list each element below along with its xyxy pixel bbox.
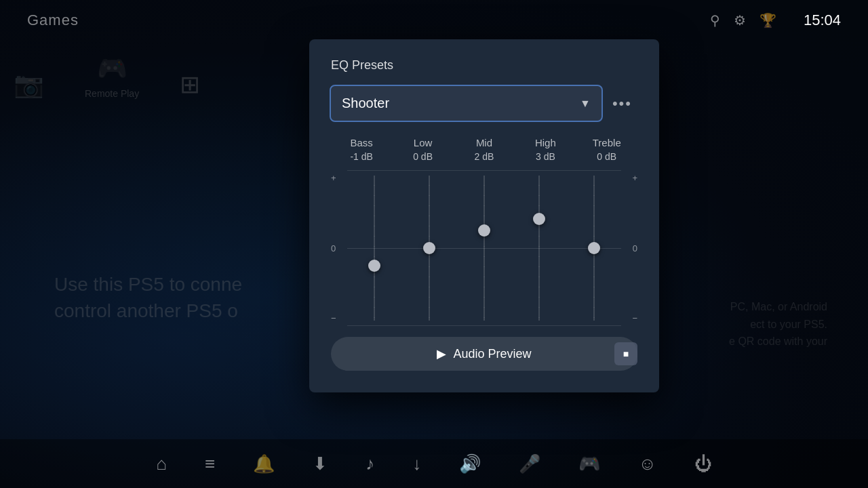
- left-plus-label: +: [331, 173, 344, 183]
- nav-controller2-icon[interactable]: 🎮: [578, 453, 600, 474]
- audio-preview-label: Audio Preview: [453, 347, 531, 361]
- topbar: Games ⚲ ⚙ 🏆 15:04: [0, 0, 868, 41]
- dropdown-selected-value: Shooter: [342, 96, 389, 111]
- topbar-icons: ⚲ ⚙ 🏆 15:04: [710, 12, 841, 29]
- eq-sliders-wrapper: + 0 −: [331, 170, 637, 326]
- preset-dropdown[interactable]: Shooter ▼: [331, 86, 601, 121]
- right-plus-label: +: [624, 173, 637, 183]
- band-label-mid: Mid: [460, 137, 508, 148]
- sliders-area: [347, 170, 621, 326]
- nav-download-icon[interactable]: ⬇: [313, 453, 328, 474]
- nav-home-icon[interactable]: ⌂: [156, 453, 167, 474]
- db-value-low: 0 dB: [399, 151, 447, 162]
- band-label-treble: Treble: [583, 137, 631, 148]
- stop-icon-badge[interactable]: ■: [614, 342, 637, 365]
- audio-preview-button[interactable]: ▶ Audio Preview: [331, 337, 637, 371]
- db-value-treble: 0 dB: [583, 151, 631, 162]
- band-label-high: High: [521, 137, 569, 148]
- right-zero-label: 0: [624, 243, 637, 253]
- search-icon[interactable]: ⚲: [710, 12, 720, 28]
- settings-icon[interactable]: ⚙: [734, 12, 746, 28]
- mid-thumb: [478, 224, 490, 237]
- topbar-title: Games: [27, 12, 79, 29]
- nav-notification-icon[interactable]: 🔔: [253, 453, 275, 474]
- db-value-mid: 2 dB: [460, 151, 508, 162]
- chevron-down-icon: ▼: [580, 98, 591, 110]
- bottom-nav: ⌂ ≡ 🔔 ⬇ ♪ ↓ 🔊 🎤 🎮 ☺ ⏻: [0, 439, 868, 488]
- slider-mid[interactable]: [467, 170, 501, 326]
- play-icon: ▶: [437, 346, 446, 361]
- bass-thumb: [368, 260, 380, 272]
- db-value-bass: -1 dB: [338, 151, 385, 162]
- clock: 15:04: [804, 12, 841, 29]
- nav-mic-icon[interactable]: 🎤: [519, 453, 540, 474]
- eq-band-labels-row: Bass Low Mid High Treble: [331, 137, 637, 148]
- eq-presets-modal: EQ Presets Shooter ▼ ••• Bass Low Mid Hi…: [309, 39, 659, 392]
- low-thumb: [423, 242, 435, 254]
- band-label-bass: Bass: [338, 137, 385, 148]
- slider-high[interactable]: [522, 170, 556, 326]
- nav-menu-icon[interactable]: ≡: [205, 453, 215, 474]
- more-options-button[interactable]: •••: [607, 89, 637, 118]
- nav-audio-icon[interactable]: 🔊: [459, 453, 481, 474]
- db-value-high: 3 dB: [521, 151, 569, 162]
- slider-bass[interactable]: [357, 170, 391, 326]
- left-zero-label: 0: [331, 243, 344, 253]
- slider-treble[interactable]: [577, 170, 611, 326]
- slider-low[interactable]: [412, 170, 446, 326]
- eq-right-side-labels: + 0 −: [624, 170, 637, 326]
- trophy-icon[interactable]: 🏆: [760, 12, 776, 28]
- high-thumb: [533, 213, 545, 225]
- dropdown-row: Shooter ▼ •••: [331, 86, 637, 121]
- nav-face-icon[interactable]: ☺: [638, 453, 656, 474]
- nav-music-icon[interactable]: ♪: [366, 453, 374, 474]
- eq-left-side-labels: + 0 −: [331, 170, 344, 326]
- eq-db-values-row: -1 dB 0 dB 2 dB 3 dB 0 dB: [331, 151, 637, 162]
- right-minus-label: −: [624, 313, 637, 323]
- modal-title: EQ Presets: [331, 58, 637, 73]
- nav-extra-icon[interactable]: ↓: [412, 453, 421, 474]
- nav-power-icon[interactable]: ⏻: [694, 453, 712, 474]
- band-label-low: Low: [399, 137, 447, 148]
- left-minus-label: −: [331, 313, 344, 323]
- treble-thumb: [588, 242, 600, 254]
- stop-icon: ■: [623, 348, 629, 359]
- audio-preview-row: ▶ Audio Preview ■: [331, 337, 637, 371]
